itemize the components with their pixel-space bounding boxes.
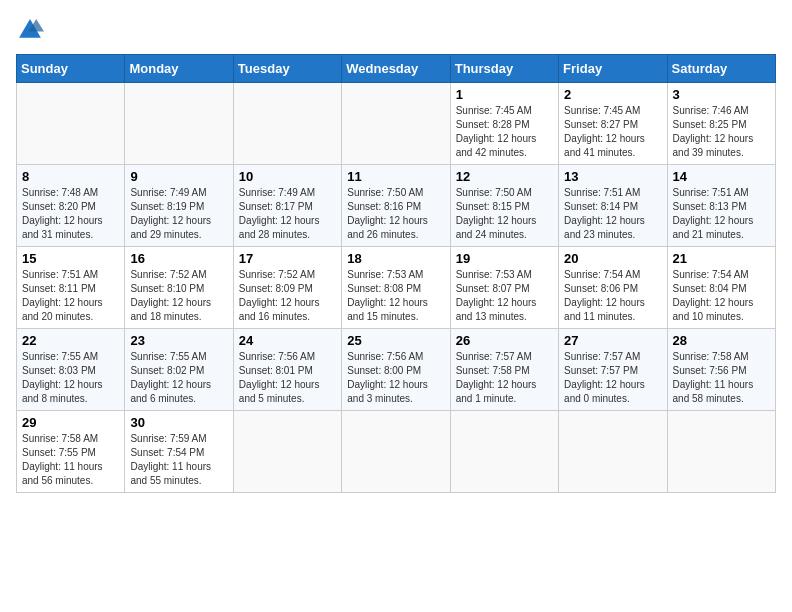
calendar-week-2: 8Sunrise: 7:48 AMSunset: 8:20 PMDaylight… [17,165,776,247]
day-number: 13 [564,169,661,184]
day-info: Sunrise: 7:54 AMSunset: 8:06 PMDaylight:… [564,269,645,322]
calendar-cell: 22Sunrise: 7:55 AMSunset: 8:03 PMDayligh… [17,329,125,411]
calendar-cell [17,83,125,165]
day-info: Sunrise: 7:57 AMSunset: 7:58 PMDaylight:… [456,351,537,404]
day-info: Sunrise: 7:51 AMSunset: 8:13 PMDaylight:… [673,187,754,240]
day-info: Sunrise: 7:57 AMSunset: 7:57 PMDaylight:… [564,351,645,404]
day-number: 1 [456,87,553,102]
calendar-week-4: 22Sunrise: 7:55 AMSunset: 8:03 PMDayligh… [17,329,776,411]
calendar-cell [342,83,450,165]
calendar-week-1: 1Sunrise: 7:45 AMSunset: 8:28 PMDaylight… [17,83,776,165]
calendar-cell: 19Sunrise: 7:53 AMSunset: 8:07 PMDayligh… [450,247,558,329]
day-number: 14 [673,169,770,184]
calendar-cell [450,411,558,493]
day-number: 26 [456,333,553,348]
day-number: 24 [239,333,336,348]
day-info: Sunrise: 7:46 AMSunset: 8:25 PMDaylight:… [673,105,754,158]
page-header [16,16,776,44]
day-number: 23 [130,333,227,348]
calendar-cell [667,411,775,493]
calendar-cell: 29Sunrise: 7:58 AMSunset: 7:55 PMDayligh… [17,411,125,493]
logo [16,16,48,44]
calendar-cell: 13Sunrise: 7:51 AMSunset: 8:14 PMDayligh… [559,165,667,247]
day-of-week-saturday: Saturday [667,55,775,83]
day-number: 29 [22,415,119,430]
day-number: 15 [22,251,119,266]
day-info: Sunrise: 7:59 AMSunset: 7:54 PMDaylight:… [130,433,211,486]
day-of-week-thursday: Thursday [450,55,558,83]
calendar-cell: 1Sunrise: 7:45 AMSunset: 8:28 PMDaylight… [450,83,558,165]
calendar-cell: 26Sunrise: 7:57 AMSunset: 7:58 PMDayligh… [450,329,558,411]
day-info: Sunrise: 7:49 AMSunset: 8:17 PMDaylight:… [239,187,320,240]
day-info: Sunrise: 7:45 AMSunset: 8:27 PMDaylight:… [564,105,645,158]
calendar-week-3: 15Sunrise: 7:51 AMSunset: 8:11 PMDayligh… [17,247,776,329]
day-number: 3 [673,87,770,102]
calendar-cell: 18Sunrise: 7:53 AMSunset: 8:08 PMDayligh… [342,247,450,329]
day-number: 11 [347,169,444,184]
calendar-cell: 3Sunrise: 7:46 AMSunset: 8:25 PMDaylight… [667,83,775,165]
day-number: 16 [130,251,227,266]
day-number: 21 [673,251,770,266]
calendar-cell: 25Sunrise: 7:56 AMSunset: 8:00 PMDayligh… [342,329,450,411]
day-info: Sunrise: 7:58 AMSunset: 7:56 PMDaylight:… [673,351,754,404]
calendar-cell: 17Sunrise: 7:52 AMSunset: 8:09 PMDayligh… [233,247,341,329]
logo-icon [16,16,44,44]
calendar-cell: 21Sunrise: 7:54 AMSunset: 8:04 PMDayligh… [667,247,775,329]
calendar-cell: 20Sunrise: 7:54 AMSunset: 8:06 PMDayligh… [559,247,667,329]
calendar-cell: 16Sunrise: 7:52 AMSunset: 8:10 PMDayligh… [125,247,233,329]
calendar-table: SundayMondayTuesdayWednesdayThursdayFrid… [16,54,776,493]
day-number: 25 [347,333,444,348]
calendar-cell [559,411,667,493]
calendar-cell: 30Sunrise: 7:59 AMSunset: 7:54 PMDayligh… [125,411,233,493]
calendar-cell: 24Sunrise: 7:56 AMSunset: 8:01 PMDayligh… [233,329,341,411]
calendar-cell: 11Sunrise: 7:50 AMSunset: 8:16 PMDayligh… [342,165,450,247]
calendar-cell [233,411,341,493]
day-info: Sunrise: 7:52 AMSunset: 8:09 PMDaylight:… [239,269,320,322]
day-info: Sunrise: 7:51 AMSunset: 8:14 PMDaylight:… [564,187,645,240]
calendar-cell: 27Sunrise: 7:57 AMSunset: 7:57 PMDayligh… [559,329,667,411]
calendar-cell: 8Sunrise: 7:48 AMSunset: 8:20 PMDaylight… [17,165,125,247]
day-number: 28 [673,333,770,348]
day-info: Sunrise: 7:54 AMSunset: 8:04 PMDaylight:… [673,269,754,322]
day-info: Sunrise: 7:52 AMSunset: 8:10 PMDaylight:… [130,269,211,322]
day-info: Sunrise: 7:55 AMSunset: 8:03 PMDaylight:… [22,351,103,404]
day-info: Sunrise: 7:45 AMSunset: 8:28 PMDaylight:… [456,105,537,158]
day-info: Sunrise: 7:49 AMSunset: 8:19 PMDaylight:… [130,187,211,240]
calendar-week-5: 29Sunrise: 7:58 AMSunset: 7:55 PMDayligh… [17,411,776,493]
day-of-week-wednesday: Wednesday [342,55,450,83]
day-number: 27 [564,333,661,348]
calendar-cell: 10Sunrise: 7:49 AMSunset: 8:17 PMDayligh… [233,165,341,247]
day-info: Sunrise: 7:56 AMSunset: 8:01 PMDaylight:… [239,351,320,404]
day-of-week-tuesday: Tuesday [233,55,341,83]
day-info: Sunrise: 7:56 AMSunset: 8:00 PMDaylight:… [347,351,428,404]
day-number: 12 [456,169,553,184]
day-info: Sunrise: 7:53 AMSunset: 8:08 PMDaylight:… [347,269,428,322]
day-number: 9 [130,169,227,184]
calendar-cell: 9Sunrise: 7:49 AMSunset: 8:19 PMDaylight… [125,165,233,247]
day-info: Sunrise: 7:53 AMSunset: 8:07 PMDaylight:… [456,269,537,322]
day-number: 18 [347,251,444,266]
calendar-cell [233,83,341,165]
day-number: 2 [564,87,661,102]
day-of-week-monday: Monday [125,55,233,83]
day-number: 22 [22,333,119,348]
calendar-cell: 14Sunrise: 7:51 AMSunset: 8:13 PMDayligh… [667,165,775,247]
calendar-cell: 15Sunrise: 7:51 AMSunset: 8:11 PMDayligh… [17,247,125,329]
calendar-cell: 2Sunrise: 7:45 AMSunset: 8:27 PMDaylight… [559,83,667,165]
day-info: Sunrise: 7:51 AMSunset: 8:11 PMDaylight:… [22,269,103,322]
day-number: 30 [130,415,227,430]
day-number: 10 [239,169,336,184]
day-info: Sunrise: 7:48 AMSunset: 8:20 PMDaylight:… [22,187,103,240]
day-of-week-friday: Friday [559,55,667,83]
day-number: 8 [22,169,119,184]
calendar-cell [342,411,450,493]
calendar-cell [125,83,233,165]
day-number: 17 [239,251,336,266]
day-info: Sunrise: 7:55 AMSunset: 8:02 PMDaylight:… [130,351,211,404]
day-number: 19 [456,251,553,266]
day-info: Sunrise: 7:50 AMSunset: 8:16 PMDaylight:… [347,187,428,240]
day-of-week-sunday: Sunday [17,55,125,83]
day-info: Sunrise: 7:50 AMSunset: 8:15 PMDaylight:… [456,187,537,240]
calendar-cell: 12Sunrise: 7:50 AMSunset: 8:15 PMDayligh… [450,165,558,247]
day-number: 20 [564,251,661,266]
